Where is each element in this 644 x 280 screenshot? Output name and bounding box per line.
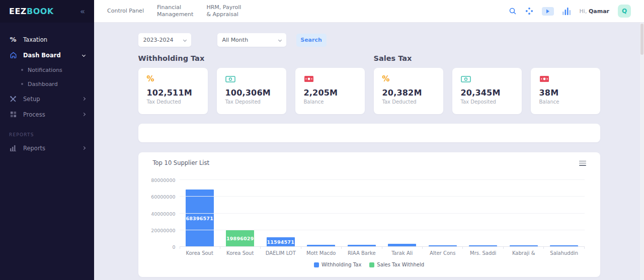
bar-data-label: 68396571 — [186, 216, 213, 221]
y-tick-label: 0 — [140, 244, 176, 250]
sidebar-item-label: Reports — [23, 145, 45, 152]
main-content: 2023-2024 All Month Search Withholding T… — [94, 23, 644, 280]
stat-label: Tax Deducted — [382, 99, 435, 105]
chart-menu-icon[interactable] — [579, 159, 586, 167]
bar-korea-sout[interactable]: 68396571 — [186, 190, 214, 247]
gridline — [180, 196, 585, 197]
bar-slot — [342, 180, 382, 247]
stat-card-balance: 38M Balance — [531, 68, 600, 114]
stat-card-balance: 2,205M Balance — [295, 68, 365, 114]
chart-bars: 683965711989602911594571 — [180, 180, 585, 247]
sales-tax-section: Sales Tax % 20,382M Tax Deducted 20,345M — [374, 54, 600, 114]
section-title: Sales Tax — [374, 54, 600, 62]
gridline — [180, 213, 585, 214]
sidebar-item-reports[interactable]: Reports — [0, 140, 94, 156]
stat-value: 38M — [539, 88, 592, 98]
sidebar-item-label: Process — [23, 111, 45, 118]
stat-value: 2,205M — [304, 88, 356, 98]
sidebar-item-process[interactable]: Process — [0, 107, 94, 122]
x-tick-label: Tarak Ali — [382, 250, 423, 256]
gridline — [180, 230, 585, 230]
y-tick-label: 60000000 — [140, 194, 176, 200]
scrollbar-thumb[interactable] — [640, 24, 643, 55]
tools-icon — [9, 95, 17, 103]
x-axis-tick — [301, 247, 341, 249]
x-axis-tick — [543, 247, 584, 249]
stat-label: Tax Deposited — [225, 99, 278, 105]
bar-daelim-lot[interactable]: 11594571 — [267, 237, 295, 247]
year-select[interactable]: 2023-2024 — [138, 33, 191, 47]
stats-bars-icon[interactable] — [562, 8, 571, 15]
logo-row: EEZBOOK « — [0, 0, 94, 23]
chevron-right-icon — [82, 97, 86, 101]
nav-hrm-payroll[interactable]: HRM, Payroll & Appraisal — [206, 4, 241, 18]
empty-panel — [138, 124, 600, 142]
x-axis-tick — [382, 247, 422, 249]
sidebar-item-label: Notifications — [28, 67, 62, 73]
bar-chart-icon — [9, 144, 17, 152]
month-select[interactable]: All Month — [217, 33, 286, 47]
section-title: Withholding Tax — [138, 54, 365, 62]
stat-card-tax-deposited: 100,306M Tax Deposited — [217, 68, 286, 114]
banknote-filled-icon — [539, 74, 592, 83]
top-header: Control Panel Financial Management HRM, … — [94, 0, 644, 23]
bar-slot — [301, 180, 342, 247]
x-tick-label: Korea Sout — [180, 250, 220, 256]
bar-slot — [504, 180, 544, 247]
play-button[interactable] — [542, 7, 554, 16]
chevron-down-icon — [183, 38, 186, 42]
bar-slot — [423, 180, 463, 247]
banknote-filled-icon — [304, 74, 356, 83]
percent-icon: % — [147, 74, 199, 83]
search-icon[interactable] — [509, 7, 517, 15]
sidebar-item-notifications[interactable]: Notifications — [0, 63, 94, 77]
vertical-scrollbar[interactable] — [640, 23, 644, 280]
legend-swatch — [314, 262, 319, 267]
bar-korea-sout[interactable]: 19896029 — [226, 230, 254, 247]
sidebar-item-dashboard-group[interactable]: Dash Board — [0, 47, 94, 63]
sidebar-collapse-icon[interactable]: « — [80, 7, 85, 16]
chart-title: Top 10 Supplier List — [153, 159, 210, 166]
sidebar: EEZBOOK « % Taxation Dash Board Notifica… — [0, 0, 94, 280]
month-select-value: All Month — [222, 37, 249, 43]
x-tick-label: RIAA Barke — [342, 250, 382, 256]
nav-financial-management[interactable]: Financial Management — [157, 4, 193, 18]
withholding-tax-section: Withholding Tax % 102,511M Tax Deducted … — [138, 54, 365, 114]
stat-value: 20,345M — [461, 88, 513, 98]
chevron-right-icon — [82, 146, 86, 150]
user-greeting: Hi, Qamar — [580, 8, 609, 15]
percent-icon: % — [9, 36, 17, 44]
chevron-down-icon — [82, 53, 86, 57]
stat-label: Tax Deducted — [147, 99, 199, 105]
gridline — [180, 179, 585, 180]
app-logo: EEZBOOK — [9, 7, 54, 16]
y-tick-label: 80000000 — [140, 177, 176, 183]
y-tick-label: 20000000 — [140, 227, 176, 233]
x-axis-tick — [341, 247, 381, 249]
supplier-chart-panel: Top 10 Supplier List 6839657119896029115… — [138, 152, 600, 277]
sidebar-section-reports: REPORTS — [0, 122, 94, 140]
y-tick-label: 40000000 — [140, 211, 176, 216]
legend-item[interactable]: Withholding Tax — [314, 262, 361, 267]
sidebar-item-setup[interactable]: Setup — [0, 91, 94, 107]
legend-item[interactable]: Sales Tax Withheld — [369, 262, 424, 267]
search-button[interactable]: Search — [296, 34, 327, 47]
x-tick-label: Kabraji & — [504, 250, 544, 256]
banknote-outline-icon — [225, 74, 278, 83]
avatar[interactable]: Q — [618, 5, 631, 18]
legend-swatch — [369, 262, 374, 267]
logo-text-secondary: BOOK — [27, 7, 54, 16]
percent-icon: % — [382, 74, 435, 83]
sidebar-item-dashboard[interactable]: Dashboard — [0, 77, 94, 91]
sidebar-item-taxation[interactable]: % Taxation — [0, 32, 94, 47]
x-axis-labels: Korea SoutKorea SoutDAELIM LOTMott Macdo… — [180, 250, 585, 256]
x-axis-tick — [422, 247, 462, 249]
x-tick-label: Salahuddin — [544, 250, 585, 256]
x-tick-label: Mrs. Saddi — [463, 250, 504, 256]
greeting-prefix: Hi, — [580, 8, 589, 15]
year-select-value: 2023-2024 — [143, 37, 174, 43]
nav-control-panel[interactable]: Control Panel — [107, 8, 144, 15]
bar-slot: 19896029 — [220, 180, 261, 247]
apps-dots-icon[interactable] — [525, 7, 533, 15]
bar-data-label: 11594571 — [267, 239, 294, 245]
